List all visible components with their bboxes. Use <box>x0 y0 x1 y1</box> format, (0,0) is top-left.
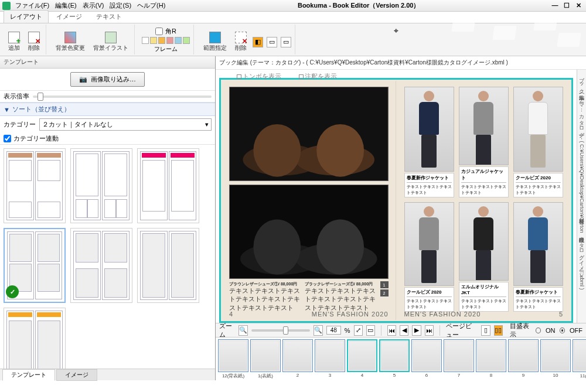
document-path: ブック編集 (テーマ：カタログ) - ( C:¥Users¥Q¥Desktop¥… <box>216 56 586 70</box>
minimize-button[interactable]: — <box>550 2 560 9</box>
import-label: 画像取り込み… <box>91 75 136 84</box>
delete-button[interactable]: 削除 <box>26 30 42 53</box>
left-panel: テンプレート 📷 画像取り込み… 表示倍率 ▼ ソート（並び替え） カテゴリー … <box>0 56 216 380</box>
product-item[interactable]: エルムオリジナル JKTテキストテキストテキストテキスト <box>459 202 509 312</box>
editor-pane: ブック編集 (テーマ：カタログ) - ( C:¥Users¥Q¥Desktop¥… <box>216 56 586 380</box>
bgillust-button[interactable]: 背景イラスト <box>91 30 131 53</box>
import-image-button[interactable]: 📷 画像取り込み… <box>70 72 145 87</box>
product-item[interactable]: カジュアルジャケットテキストテキストテキストテキスト <box>459 87 509 197</box>
fit-page-button[interactable]: ▭ <box>366 325 375 336</box>
zoom-label: 表示倍率 <box>4 92 29 101</box>
corner-r-checkbox[interactable] <box>155 28 163 35</box>
category-link-label: カテゴリー連動 <box>13 134 59 143</box>
spread-page-button[interactable]: ▯▯ <box>494 325 503 336</box>
product-item[interactable]: 春夏新作ジャケットテキストテキストテキストテキスト <box>404 87 454 197</box>
camera-icon: 📷 <box>79 76 87 83</box>
single-page-button[interactable]: ▯ <box>481 325 490 336</box>
next-page-button[interactable]: ▶ <box>412 325 421 336</box>
add-button[interactable]: 追加 <box>6 30 22 53</box>
side-tab[interactable]: ブック編集 (テーマ：カタログ) - ( C:¥Users¥Q¥Desktop¥… <box>577 70 586 323</box>
zoom-label2: ズーム <box>219 322 235 339</box>
tab-image[interactable]: イメージ <box>50 10 88 23</box>
template-item[interactable] <box>4 148 66 223</box>
page-thumb[interactable]: 5 <box>379 339 410 378</box>
svg-point-8 <box>253 219 301 274</box>
zoom-pct: % <box>345 327 350 334</box>
product-item[interactable]: 春夏新作ジャケットテキストテキストテキストテキスト <box>513 202 563 312</box>
grid-label: 目盛表示 <box>510 322 531 339</box>
svg-point-3 <box>253 124 301 177</box>
caption-1: ブラウンレザーシューズ①/ 88,000円テキストテキストテキストテキストテキス… <box>229 281 301 312</box>
page-thumb[interactable]: 4 <box>347 339 377 378</box>
bgcolor-button[interactable]: 背景色変更 <box>53 30 87 53</box>
page-thumb[interactable]: 3 <box>315 339 345 378</box>
page-footer-left: MEN'S FASHION 2020 <box>312 311 389 318</box>
product-item[interactable]: クールビズ 2020テキストテキストテキストテキスト <box>513 87 563 197</box>
page-thumb[interactable]: 2 <box>282 339 313 378</box>
page-thumb[interactable]: 11(裏3) <box>573 339 586 379</box>
maximize-button[interactable]: ☐ <box>561 2 572 9</box>
template-item[interactable]: ✓ <box>4 228 66 303</box>
zoom-out-button[interactable]: 🔍 <box>239 325 248 336</box>
page-thumb[interactable]: 9 <box>508 339 539 378</box>
page-number-left: 4 <box>229 311 233 318</box>
page-thumbstrip: 12(背表紙)1(表紙)234567891011(裏3) <box>216 337 586 380</box>
range-button[interactable]: 範囲指定 <box>201 30 229 53</box>
sort-row[interactable]: ▼ ソート（並び替え） <box>0 103 215 116</box>
num-badges: 12 <box>380 281 389 296</box>
tab-text[interactable]: テキスト <box>90 10 128 23</box>
svg-point-4 <box>316 124 364 177</box>
pageview-label: ページビュー <box>446 322 478 339</box>
page-spread[interactable]: ブラウンレザーシューズ①/ 88,000円テキストテキストテキストテキストテキス… <box>219 78 573 323</box>
template-zoom-slider[interactable] <box>33 96 212 98</box>
prev-page-button[interactable]: ◀ <box>400 325 408 336</box>
grid-off-radio[interactable] <box>560 328 565 333</box>
category-link-checkbox[interactable] <box>4 135 11 142</box>
template-item[interactable] <box>4 308 66 369</box>
first-page-button[interactable]: ⏮ <box>387 325 396 336</box>
grid-on-radio[interactable] <box>536 328 541 333</box>
mode-btn-2[interactable]: ▭ <box>267 37 277 47</box>
page-left[interactable]: ブラウンレザーシューズ①/ 88,000円テキストテキストテキストテキストテキス… <box>222 81 396 320</box>
sort-arrow-icon: ▼ <box>4 106 10 113</box>
chevron-down-icon: ▾ <box>205 121 209 128</box>
menu-help[interactable]: ヘルプ(H) <box>135 0 168 11</box>
sort-label: ソート（並び替え） <box>12 105 70 114</box>
page-thumb[interactable]: 6 <box>411 339 442 378</box>
page-thumb[interactable]: 7 <box>444 339 474 378</box>
template-item[interactable] <box>137 148 199 223</box>
page-thumb[interactable]: 1(表紙) <box>250 339 281 379</box>
page-thumb[interactable]: 8 <box>476 339 506 378</box>
page-number-right: 5 <box>559 311 563 318</box>
delete2-button[interactable]: 削除 <box>233 30 249 53</box>
ribbon: 追加 削除 背景色変更 背景イラスト 角R フレーム 範囲指定 削除 ◧ ▭ ▭ <box>0 23 586 56</box>
page-footer-right: MEN'S FASHION 2020 <box>404 311 481 318</box>
tab-layout[interactable]: レイアウト <box>4 10 49 23</box>
tab-template[interactable]: テンプレート <box>2 369 55 381</box>
zoom-slider[interactable] <box>251 329 309 332</box>
photo-shoes-1[interactable] <box>229 87 389 181</box>
tab-image2[interactable]: イメージ <box>56 369 97 381</box>
mode-btn-1[interactable]: ◧ <box>253 37 263 47</box>
product-item[interactable]: クールビズ 2020テキストテキストテキストテキスト <box>404 202 454 312</box>
page-thumb[interactable]: 12(背表紙) <box>218 339 248 379</box>
template-item[interactable] <box>70 228 132 303</box>
corner-r-label: 角R <box>165 27 176 36</box>
svg-point-9 <box>316 219 364 274</box>
page-right[interactable]: 春夏新作ジャケットテキストテキストテキストテキストカジュアルジャケットテキストテ… <box>397 81 571 320</box>
last-page-button[interactable]: ⏭ <box>425 325 434 336</box>
category-select[interactable]: ２カット｜タイトルなし▾ <box>39 118 212 131</box>
mode-btn-3[interactable]: ▭ <box>281 37 291 47</box>
zoom-in-button[interactable]: 🔍 <box>314 325 323 336</box>
window-buttons: — ☐ ✕ <box>550 2 584 9</box>
fit-width-button[interactable]: ⤢ <box>354 325 363 336</box>
color-swatches[interactable] <box>142 37 190 44</box>
close-button[interactable]: ✕ <box>573 2 584 9</box>
zoom-value[interactable]: 48 <box>326 326 341 335</box>
template-item[interactable] <box>70 148 132 223</box>
page-thumb[interactable]: 10 <box>540 339 571 378</box>
frame-group-label: フレーム <box>154 45 178 53</box>
template-item[interactable] <box>137 228 199 303</box>
photo-shoes-2[interactable] <box>229 185 389 279</box>
canvas[interactable]: トンボを表示注釈を表示 <box>216 70 577 323</box>
